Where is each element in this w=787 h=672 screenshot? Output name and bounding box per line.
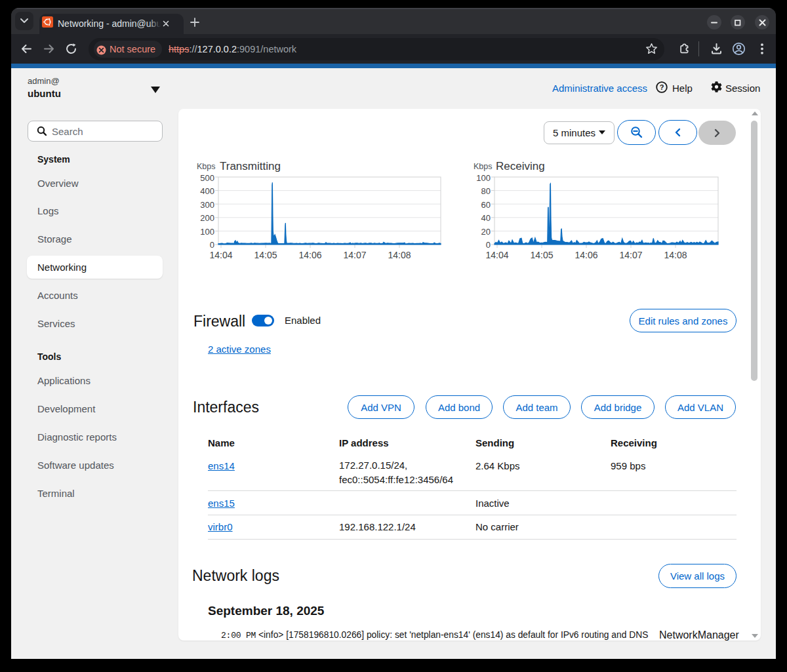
svg-text:14:06: 14:06 xyxy=(575,250,597,260)
svg-text:20: 20 xyxy=(481,227,491,237)
svg-text:Transmitting: Transmitting xyxy=(220,160,281,172)
svg-text:14:05: 14:05 xyxy=(530,250,553,260)
svg-text:14:07: 14:07 xyxy=(343,250,366,260)
svg-text:Kbps: Kbps xyxy=(474,162,493,171)
svg-text:100: 100 xyxy=(476,173,491,183)
svg-text:80: 80 xyxy=(481,186,491,196)
svg-text:100: 100 xyxy=(200,227,214,237)
svg-text:0: 0 xyxy=(486,240,491,250)
svg-text:14:06: 14:06 xyxy=(298,250,321,260)
svg-text:500: 500 xyxy=(200,173,214,183)
svg-text:14:05: 14:05 xyxy=(254,250,277,260)
svg-text:?: ? xyxy=(660,83,664,91)
svg-text:300: 300 xyxy=(200,200,214,210)
svg-text:14:07: 14:07 xyxy=(619,250,642,260)
svg-text:60: 60 xyxy=(481,200,491,210)
svg-text:14:04: 14:04 xyxy=(485,250,508,260)
svg-text:Receiving: Receiving xyxy=(496,160,545,172)
svg-text:Kbps: Kbps xyxy=(197,162,216,171)
svg-text:14:04: 14:04 xyxy=(209,250,232,260)
svg-text:14:08: 14:08 xyxy=(388,250,411,260)
svg-text:200: 200 xyxy=(200,213,214,223)
svg-text:14:08: 14:08 xyxy=(664,250,687,260)
svg-text:400: 400 xyxy=(200,186,214,196)
svg-text:0: 0 xyxy=(210,240,214,250)
svg-text:40: 40 xyxy=(481,213,491,223)
